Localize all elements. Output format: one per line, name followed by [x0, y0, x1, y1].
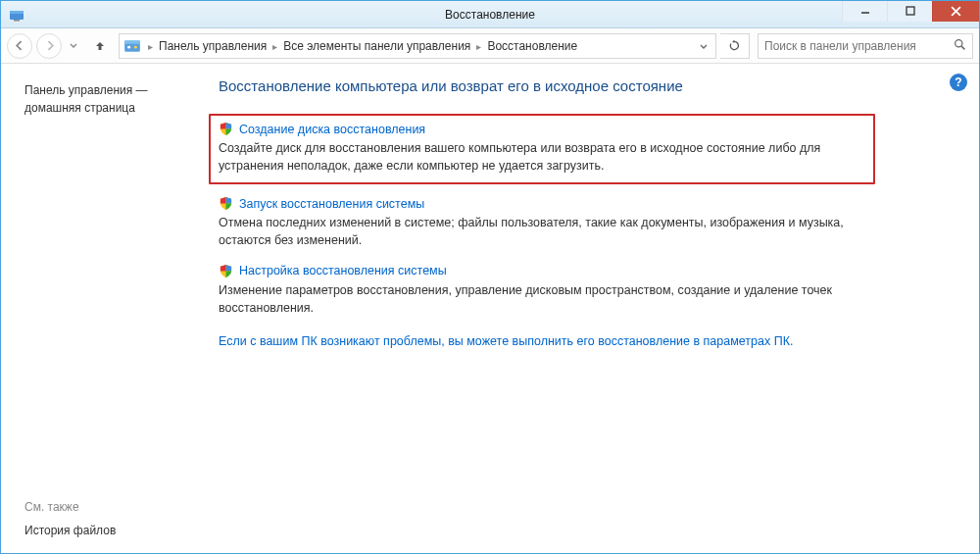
- search-icon[interactable]: [954, 38, 966, 54]
- file-history-link[interactable]: История файлов: [24, 524, 116, 537]
- pc-settings-recovery-link[interactable]: Если с вашим ПК возникают проблемы, вы м…: [219, 334, 940, 348]
- uac-shield-icon: [219, 196, 233, 211]
- breadcrumb-separator[interactable]: ▸: [143, 41, 158, 52]
- option-create-recovery-drive: Создание диска восстановления Создайте д…: [209, 114, 875, 184]
- breadcrumb-separator[interactable]: ▸: [471, 41, 486, 52]
- svg-point-9: [127, 45, 130, 48]
- recent-locations-dropdown[interactable]: [66, 40, 81, 51]
- address-bar[interactable]: ▸ Панель управления ▸ Все элементы панел…: [119, 33, 716, 59]
- breadcrumb-item[interactable]: Восстановление: [486, 39, 578, 53]
- forward-button[interactable]: [36, 33, 62, 59]
- refresh-button[interactable]: [720, 33, 750, 59]
- svg-line-12: [961, 46, 964, 49]
- create-recovery-drive-link[interactable]: Создание диска восстановления: [239, 123, 425, 136]
- control-panel-icon: [123, 37, 141, 55]
- breadcrumb-item[interactable]: Все элементы панели управления: [282, 39, 471, 53]
- svg-rect-8: [124, 40, 140, 43]
- search-box[interactable]: [758, 33, 973, 59]
- system-restore-link[interactable]: Запуск восстановления системы: [239, 197, 424, 211]
- svg-rect-4: [906, 7, 914, 15]
- window-controls: [842, 1, 979, 27]
- uac-shield-icon: [219, 264, 233, 278]
- address-dropdown-icon[interactable]: [700, 39, 708, 53]
- main-panel: ? Восстановление компьютера или возврат …: [217, 64, 979, 553]
- maximize-button[interactable]: [887, 0, 932, 22]
- configure-restore-link[interactable]: Настройка восстановления системы: [239, 264, 447, 277]
- close-button[interactable]: [932, 0, 979, 22]
- app-icon: [9, 7, 24, 23]
- help-icon[interactable]: ?: [950, 74, 967, 91]
- option-description: Отмена последних изменений в системе; фа…: [219, 214, 885, 249]
- svg-point-10: [134, 45, 137, 48]
- search-input[interactable]: [764, 39, 954, 53]
- option-description: Создайте диск для восстановления вашего …: [219, 139, 865, 175]
- page-title: Восстановление компьютера или возврат ег…: [219, 77, 940, 94]
- option-configure-restore: Настройка восстановления системы Изменен…: [219, 264, 885, 317]
- minimize-button[interactable]: [842, 0, 887, 22]
- content-area: Панель управления — домашняя страница См…: [1, 64, 979, 553]
- svg-rect-1: [10, 11, 24, 14]
- navigation-bar: ▸ Панель управления ▸ Все элементы панел…: [1, 28, 979, 64]
- control-panel-home-link[interactable]: Панель управления — домашняя страница: [24, 81, 207, 117]
- window-title: Восстановление: [445, 8, 535, 22]
- svg-rect-2: [14, 20, 20, 22]
- breadcrumb-separator[interactable]: ▸: [268, 41, 282, 52]
- see-also-label: См. также: [24, 500, 116, 514]
- up-button[interactable]: [89, 35, 111, 57]
- sidebar: Панель управления — домашняя страница См…: [1, 64, 217, 553]
- svg-point-11: [956, 39, 962, 46]
- breadcrumb-item[interactable]: Панель управления: [158, 39, 268, 53]
- option-description: Изменение параметров восстановления, упр…: [219, 281, 885, 317]
- back-button[interactable]: [7, 33, 32, 59]
- option-system-restore: Запуск восстановления системы Отмена пос…: [219, 196, 885, 249]
- uac-shield-icon: [219, 122, 233, 136]
- window-titlebar: Восстановление: [1, 1, 979, 28]
- sidebar-see-also: См. также История файлов: [24, 500, 116, 537]
